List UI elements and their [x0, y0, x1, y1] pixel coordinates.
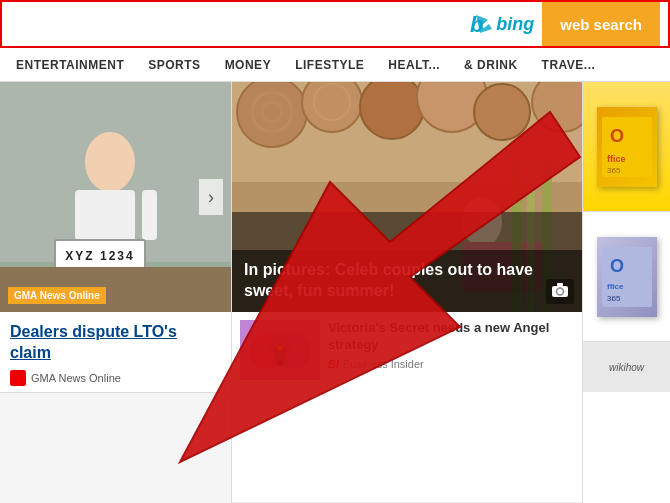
bottom-article-thumbnail [240, 320, 320, 380]
svg-point-34 [277, 345, 283, 351]
svg-point-18 [474, 84, 530, 140]
center-article-overlay-text: In pictures: Celeb couples out to have s… [232, 250, 582, 312]
svg-text:ffice: ffice [607, 154, 626, 164]
bi-logo: BI [328, 358, 339, 370]
svg-text:365: 365 [607, 166, 621, 175]
search-bar: b bing web search [0, 0, 670, 48]
right-ad-2[interactable]: O ffice 365 [583, 212, 670, 342]
svg-point-14 [302, 82, 362, 132]
office-logo-svg-2: O ffice 365 [602, 247, 652, 307]
nav-bar: ENTERTAINMENT SPORTS MONEY LIFESTYLE HEA… [0, 48, 670, 82]
nav-item-entertainment[interactable]: ENTERTAINMENT [4, 48, 136, 82]
left-article-source: GMA News Online [10, 370, 221, 386]
bottom-article-title[interactable]: Victoria's Secret needs a new Angel stra… [328, 320, 574, 354]
svg-text:O: O [610, 256, 624, 276]
right-column: O ffice 365 O ffice 365 wikihow [582, 82, 670, 503]
svg-text:365: 365 [607, 294, 621, 303]
thumb-svg [240, 320, 320, 380]
left-article-title[interactable]: Dealers dispute LTO's claim [10, 322, 221, 364]
nav-item-money[interactable]: MONEY [213, 48, 284, 82]
left-article-source-label: GMA News Online [31, 372, 121, 384]
nav-item-travel[interactable]: TRAVE... [530, 48, 608, 82]
nav-item-lifestyle[interactable]: LIFESTYLE [283, 48, 376, 82]
svg-text:ffice: ffice [607, 282, 624, 291]
right-ad-1[interactable]: O ffice 365 [583, 82, 670, 212]
center-column: In pictures: Celeb couples out to have s… [232, 82, 582, 503]
center-bottom: Victoria's Secret needs a new Angel stra… [232, 312, 582, 503]
left-image-svg: XYZ 1234 [0, 82, 231, 312]
svg-text:XYZ 1234: XYZ 1234 [65, 249, 134, 263]
nav-item-sports[interactable]: SPORTS [136, 48, 212, 82]
svg-point-16 [360, 82, 424, 139]
svg-text:O: O [610, 126, 624, 146]
search-input[interactable] [10, 2, 468, 46]
left-image-bg: XYZ 1234 [0, 82, 231, 312]
svg-point-3 [85, 132, 135, 192]
bing-logo: b bing [468, 10, 534, 38]
nav-item-health[interactable]: HEALT... [376, 48, 452, 82]
gma-source-icon [10, 370, 26, 386]
office-logo-svg-1: O ffice 365 [602, 117, 652, 177]
carousel-next-arrow[interactable]: › [199, 179, 223, 215]
web-search-button[interactable]: web search [542, 2, 660, 46]
nav-item-drink[interactable]: & DRINK [452, 48, 530, 82]
wikihow-label: wikihow [609, 362, 644, 373]
bottom-article-text: Victoria's Secret needs a new Angel stra… [328, 320, 574, 370]
center-main-image: In pictures: Celeb couples out to have s… [232, 82, 582, 312]
gma-badge: GMA News Online [8, 287, 106, 304]
svg-rect-6 [142, 190, 157, 240]
center-bottom-article: Victoria's Secret needs a new Angel stra… [232, 312, 582, 503]
bottom-article-source-label: Business Insider [343, 358, 424, 370]
svg-rect-29 [557, 283, 563, 286]
svg-rect-5 [75, 190, 90, 240]
bottom-article-source: BI Business Insider [328, 358, 574, 370]
bing-icon: b [468, 10, 496, 38]
left-column: XYZ 1234 GMA News Online › Dealers dispu… [0, 82, 232, 503]
office-box-2: O ffice 365 [597, 237, 657, 317]
office-box-1: O ffice 365 [597, 107, 657, 187]
wikihow-badge: wikihow [583, 342, 670, 392]
left-article: Dealers dispute LTO's claim GMA News Onl… [0, 312, 231, 393]
content-area: XYZ 1234 GMA News Online › Dealers dispu… [0, 82, 670, 503]
camera-icon [546, 279, 574, 304]
left-main-image: XYZ 1234 GMA News Online › [0, 82, 231, 312]
bing-text: bing [496, 14, 534, 35]
